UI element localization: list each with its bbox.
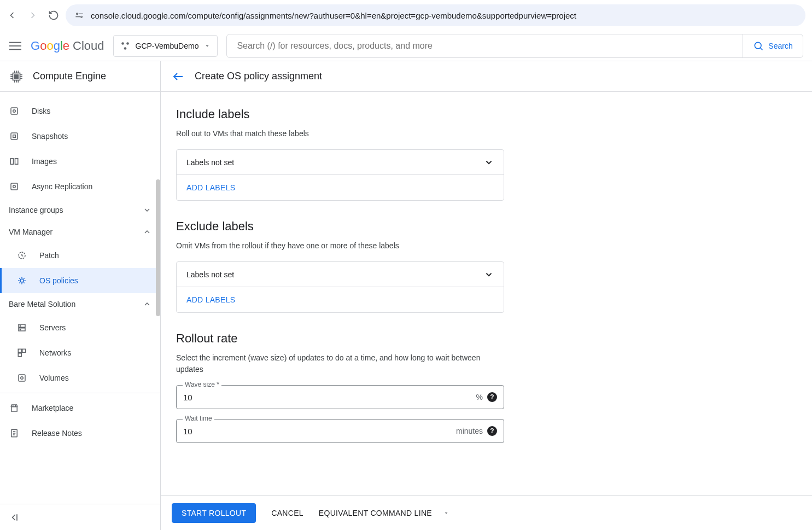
footer-bar: START ROLLOUT CANCEL EQUIVALENT COMMAND … (161, 495, 812, 530)
os-policies-icon (16, 275, 27, 286)
caret-down-icon (204, 43, 211, 49)
include-labels-desc: Roll out to VMs that match these labels (176, 128, 504, 139)
content-header: Create OS policy assignment (161, 61, 812, 92)
search-input[interactable] (227, 34, 743, 57)
sidebar-group-vm-manager[interactable]: VM Manager (0, 221, 160, 243)
add-exclude-labels-button[interactable]: ADD LABELS (177, 287, 504, 312)
browser-url-bar[interactable]: console.cloud.google.com/compute/config/… (66, 4, 805, 26)
svg-point-7 (121, 42, 124, 45)
svg-rect-49 (18, 349, 21, 352)
wait-time-input[interactable] (183, 427, 452, 436)
sidebar-item-images[interactable]: Images (0, 149, 160, 174)
rollout-rate-section: Rollout rate Select the increment (wave … (176, 331, 504, 443)
svg-rect-5 (9, 45, 21, 46)
back-arrow-icon[interactable] (172, 70, 185, 83)
svg-point-28 (13, 110, 16, 113)
cloud-header: Google Cloud GCP-VembuDemo Search (0, 31, 812, 61)
svg-line-12 (761, 48, 763, 50)
start-rollout-button[interactable]: START ROLLOUT (172, 503, 256, 523)
wave-size-field: Wave size * % ? (176, 385, 504, 409)
sidebar-item-networks[interactable]: Networks (0, 340, 160, 365)
svg-rect-54 (11, 407, 17, 411)
volumes-icon (16, 372, 27, 383)
sidebar-item-volumes[interactable]: Volumes (0, 365, 160, 391)
add-include-labels-button[interactable]: ADD LABELS (177, 175, 504, 200)
svg-point-47 (20, 325, 21, 327)
rollout-rate-desc: Select the increment (wave size) of upda… (176, 352, 504, 375)
sidebar-item-release-notes[interactable]: Release Notes (0, 421, 160, 446)
sidebar-item-marketplace[interactable]: Marketplace (0, 395, 160, 421)
svg-rect-31 (10, 159, 13, 165)
wave-size-help-icon[interactable]: ? (487, 392, 497, 402)
sidebar-item-async-replication[interactable]: Async Replication (0, 174, 160, 199)
project-name: GCP-VembuDemo (136, 42, 199, 50)
chevron-up-icon (143, 300, 151, 308)
wave-size-input[interactable] (183, 393, 472, 402)
sidebar-item-label: Disks (32, 107, 50, 115)
svg-rect-27 (11, 108, 17, 114)
site-settings-icon[interactable] (74, 10, 84, 20)
sidebar: Compute Engine Disks Snapshots Images (0, 61, 161, 530)
svg-point-11 (755, 42, 762, 49)
sidebar-item-disks[interactable]: Disks (0, 98, 160, 124)
sidebar-item-servers[interactable]: Servers (0, 315, 160, 340)
svg-rect-50 (22, 349, 26, 352)
svg-point-48 (20, 329, 21, 330)
exclude-labels-dropdown[interactable]: Labels not set (177, 262, 504, 287)
include-labels-section: Include labels Roll out to VMs that matc… (176, 107, 504, 201)
sidebar-item-patch[interactable]: Patch (0, 243, 160, 268)
svg-marker-63 (445, 512, 447, 514)
exclude-labels-desc: Omit VMs from the rollout if they have o… (176, 240, 504, 252)
sidebar-item-label: Async Replication (32, 182, 92, 191)
google-cloud-logo[interactable]: Google Cloud (31, 39, 104, 53)
sidebar-item-label: Networks (39, 348, 71, 357)
command-line-caret-icon[interactable] (443, 510, 449, 516)
search-bar: Search (226, 34, 803, 58)
svg-rect-52 (19, 375, 25, 381)
search-button[interactable]: Search (743, 34, 803, 57)
browser-back-icon[interactable] (7, 10, 17, 21)
svg-line-43 (19, 282, 20, 283)
nav-menu-icon[interactable] (9, 39, 22, 53)
svg-point-53 (21, 377, 24, 380)
wait-time-help-icon[interactable]: ? (487, 426, 497, 436)
browser-reload-icon[interactable] (48, 10, 59, 21)
svg-rect-6 (9, 49, 21, 50)
networks-icon (16, 347, 27, 358)
images-icon (9, 156, 20, 167)
sidebar-item-os-policies[interactable]: OS policies (0, 268, 160, 293)
sidebar-item-label: Servers (39, 323, 66, 332)
sidebar-title: Compute Engine (33, 71, 106, 82)
sidebar-item-snapshots[interactable]: Snapshots (0, 124, 160, 149)
svg-point-34 (13, 185, 16, 188)
sidebar-collapse[interactable] (0, 504, 160, 530)
browser-url-text: console.cloud.google.com/compute/config/… (91, 11, 576, 20)
equivalent-command-line-button[interactable]: EQUIVALENT COMMAND LINE (319, 509, 432, 517)
browser-forward-icon[interactable] (27, 10, 38, 21)
chevron-up-icon (143, 228, 151, 236)
svg-rect-4 (9, 42, 21, 43)
cancel-button[interactable]: CANCEL (271, 509, 303, 517)
sidebar-scrollbar[interactable] (156, 179, 160, 316)
svg-line-44 (24, 278, 25, 279)
svg-point-9 (124, 47, 126, 50)
sidebar-item-label: Patch (39, 251, 59, 260)
exclude-labels-section: Exclude labels Omit VMs from the rollout… (176, 219, 504, 313)
sidebar-header[interactable]: Compute Engine (0, 61, 160, 92)
project-picker[interactable]: GCP-VembuDemo (113, 35, 218, 57)
svg-point-8 (126, 42, 129, 45)
include-labels-dropdown[interactable]: Labels not set (177, 150, 504, 175)
chevron-down-icon (484, 270, 494, 279)
marketplace-icon (9, 403, 20, 413)
chevron-down-icon (484, 158, 494, 167)
svg-rect-33 (11, 183, 17, 190)
sidebar-item-label: OS policies (39, 276, 78, 285)
servers-icon (16, 322, 27, 333)
page-title: Create OS policy assignment (195, 71, 322, 82)
sidebar-group-instance-groups[interactable]: Instance groups (0, 199, 160, 221)
release-notes-icon (9, 428, 20, 439)
sidebar-group-bare-metal[interactable]: Bare Metal Solution (0, 293, 160, 315)
sidebar-item-label: Marketplace (32, 404, 73, 412)
svg-rect-30 (13, 135, 16, 138)
browser-toolbar: console.cloud.google.com/compute/config/… (0, 0, 812, 31)
